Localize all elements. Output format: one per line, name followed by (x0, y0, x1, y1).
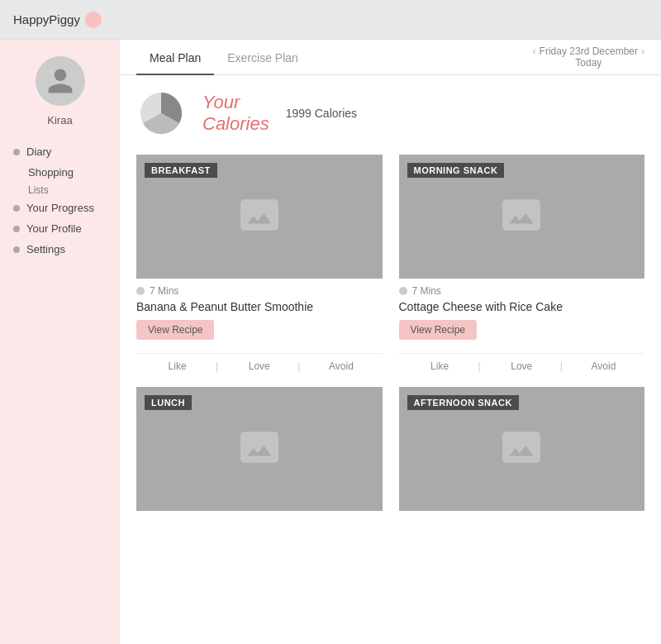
recipe-card-lunch: LUNCH (136, 387, 383, 521)
sidebar-item-your-progress-label: Your Progress (26, 202, 94, 214)
recipe-cards-grid: BREAKFAST 7 Mins Banana & Peanut Butter … (136, 155, 644, 521)
sidebar-item-your-profile[interactable]: Your Profile (8, 218, 112, 239)
card-image-lunch: LUNCH (136, 387, 383, 511)
image-placeholder-lunch (239, 427, 280, 471)
recipe-card-afternoon-snack: AFTERNOON SNACK (399, 387, 645, 521)
calories-text-block: Your Calories (202, 92, 269, 136)
sidebar-item-settings[interactable]: Settings (8, 239, 112, 260)
piggy-icon (85, 12, 102, 28)
time-dot-icon (136, 287, 145, 295)
recipe-card-morning-snack: MORNING SNACK 7 Mins Cottage Cheese with… (399, 155, 645, 374)
today-label: Today (575, 57, 602, 69)
image-placeholder-afternoon-snack (501, 427, 542, 471)
time-dot-icon (399, 287, 407, 295)
meal-type-label-lunch: LUNCH (145, 395, 192, 410)
card-actions-morning-snack: Like Love Avoid (399, 353, 645, 374)
tab-meal-plan[interactable]: Meal Plan (136, 40, 214, 74)
card-title-breakfast: Banana & Peanut Butter Smoothie (136, 300, 383, 313)
card-image-morning-snack: MORNING SNACK (399, 155, 645, 279)
card-actions-breakfast: Like Love Avoid (136, 353, 383, 374)
action-love-morning-snack[interactable]: Love (481, 359, 563, 374)
image-placeholder-morning-snack (501, 194, 542, 239)
nav-dot (13, 149, 20, 155)
prev-chevron-icon: ‹ (533, 45, 536, 57)
tabs-bar: Meal Plan Exercise Plan ‹ Friday 23rd De… (120, 40, 661, 75)
nav-list: Diary Shopping Lists Your Progress Your … (0, 141, 120, 260)
card-meta-lunch (136, 511, 383, 521)
date-label: Friday 23rd December (540, 45, 638, 57)
sidebar-item-shopping[interactable]: Shopping (8, 162, 112, 183)
calories-title: Your Calories (202, 92, 269, 136)
card-meta-afternoon-snack (399, 511, 645, 521)
logo-text: HappyPiggy (13, 12, 80, 26)
username-label: Kiraa (47, 114, 72, 126)
action-like-morning-snack[interactable]: Like (399, 359, 481, 374)
user-icon (45, 66, 75, 96)
card-title-morning-snack: Cottage Cheese with Rice Cake (399, 300, 645, 313)
calories-section: Your Calories 1999 Calories (136, 88, 644, 138)
recipe-card-breakfast: BREAKFAST 7 Mins Banana & Peanut Butter … (136, 155, 383, 374)
meal-type-label-morning-snack: MORNING SNACK (407, 163, 505, 178)
card-meta-breakfast: 7 Mins Banana & Peanut Butter Smoothie V… (136, 279, 383, 351)
main-content: Meal Plan Exercise Plan ‹ Friday 23rd De… (120, 40, 661, 644)
view-recipe-button-morning-snack[interactable]: View Recipe (399, 320, 477, 340)
card-image-breakfast: BREAKFAST (136, 155, 383, 279)
view-recipe-button-breakfast[interactable]: View Recipe (136, 320, 214, 340)
app-layout: Kiraa Diary Shopping Lists Your Progress… (0, 40, 661, 644)
card-image-afternoon-snack: AFTERNOON SNACK (399, 387, 645, 511)
card-time-breakfast: 7 Mins (136, 285, 383, 297)
sidebar-item-your-progress[interactable]: Your Progress (8, 198, 112, 218)
sidebar: Kiraa Diary Shopping Lists Your Progress… (0, 40, 120, 644)
nav-dot (13, 205, 20, 212)
action-avoid-morning-snack[interactable]: Avoid (563, 359, 644, 374)
meal-type-label-breakfast: BREAKFAST (145, 163, 217, 178)
header: HappyPiggy (0, 0, 661, 40)
app-logo: HappyPiggy (13, 12, 102, 28)
image-placeholder-breakfast (239, 194, 280, 239)
action-avoid-breakfast[interactable]: Avoid (300, 359, 382, 374)
content-area: Your Calories 1999 Calories BREAKFAST (120, 75, 661, 534)
calories-pie-chart (136, 88, 186, 138)
sidebar-item-shopping-label: Shopping (28, 166, 74, 179)
sidebar-item-diary-label: Diary (26, 145, 51, 158)
tab-exercise-plan[interactable]: Exercise Plan (214, 40, 311, 74)
nav-section-lists: Lists (8, 183, 112, 198)
sidebar-item-settings-label: Settings (26, 243, 65, 255)
nav-dot (13, 226, 20, 232)
date-navigator[interactable]: ‹ Friday 23rd December › Today (533, 45, 644, 69)
nav-dot (13, 246, 20, 253)
action-like-breakfast[interactable]: Like (136, 359, 218, 374)
avatar (36, 56, 85, 106)
card-meta-morning-snack: 7 Mins Cottage Cheese with Rice Cake Vie… (399, 279, 645, 351)
sidebar-item-your-profile-label: Your Profile (26, 222, 82, 235)
card-time-morning-snack: 7 Mins (399, 285, 645, 297)
next-chevron-icon: › (641, 45, 644, 57)
calories-value: 1999 Calories (286, 107, 357, 120)
meal-type-label-afternoon-snack: AFTERNOON SNACK (407, 395, 519, 410)
action-love-breakfast[interactable]: Love (218, 359, 300, 374)
sidebar-item-diary[interactable]: Diary (8, 141, 112, 162)
